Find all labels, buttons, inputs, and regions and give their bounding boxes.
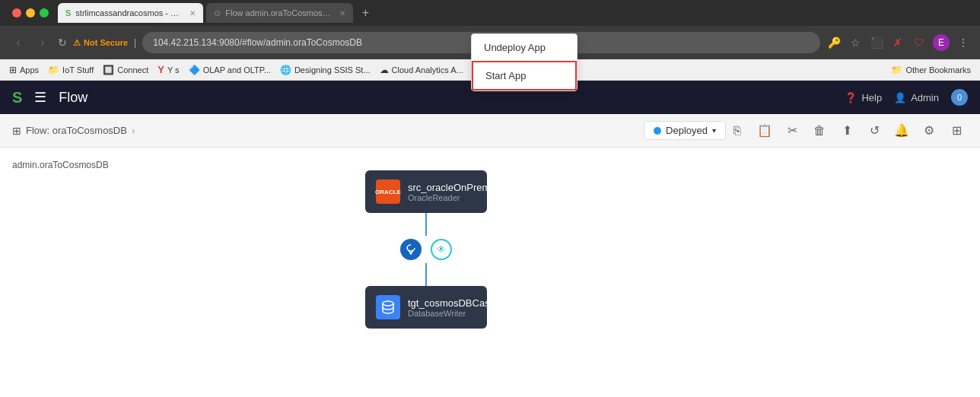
bookmark-cloud[interactable]: ☁ Cloud Analytics A...	[380, 65, 463, 75]
address-separator: |	[134, 37, 136, 48]
refresh-button[interactable]: ↺	[863, 119, 886, 142]
copy-button[interactable]: ⎘	[726, 119, 749, 142]
undeploy-app-item[interactable]: Undeploy App	[472, 34, 577, 61]
grid-button[interactable]: ⊞	[945, 119, 968, 142]
target-node[interactable]: tgt_cosmosDBCassandra DatabaseWriter	[365, 286, 487, 329]
bell-button[interactable]: 🔔	[890, 119, 913, 142]
flow-icon-teal[interactable]: 👁	[431, 239, 452, 260]
breadcrumb-text: Flow: oraToCosmosDB	[26, 125, 127, 136]
bookmark-ssis[interactable]: 🌐 Designing SSIS St...	[280, 65, 371, 75]
breadcrumb-arrow: ›	[132, 125, 135, 136]
tab-active-title: strlimcassandracosmos - Data...	[75, 8, 182, 17]
tab-active[interactable]: S strlimcassandracosmos - Data... ✕	[58, 3, 203, 23]
notification-badge[interactable]: 0	[951, 89, 968, 106]
tab-active-close[interactable]: ✕	[189, 9, 196, 17]
flow-icon-blue[interactable]	[400, 239, 422, 260]
bookmark-other[interactable]: 📁 Other Bookmarks	[891, 65, 971, 75]
source-node[interactable]: ORACLE src_oracleOnPrem OracleReader	[365, 170, 487, 213]
start-app-item[interactable]: Start App	[472, 61, 577, 91]
target-node-text: tgt_cosmosDBCassandra DatabaseWriter	[408, 297, 520, 318]
cut-button[interactable]: ✂	[781, 119, 803, 142]
security-warning: ⚠ Not Secure	[73, 38, 128, 48]
help-icon: ❓	[845, 92, 857, 103]
app-logo: S	[12, 89, 22, 106]
bookmark-olap[interactable]: 🔷 OLAP and OLTP...	[189, 65, 271, 75]
key-icon[interactable]: 🔑	[826, 35, 842, 50]
deployed-dropdown-menu: Undeploy App Start App	[471, 33, 578, 91]
tab-inactive-close[interactable]: ✕	[339, 9, 345, 17]
settings-button[interactable]: ⚙	[918, 119, 940, 142]
menu-icon[interactable]: ⋮	[956, 35, 971, 50]
bookmark-apps[interactable]: ⊞ Apps	[9, 65, 39, 75]
import-button[interactable]: ⬆	[835, 119, 858, 142]
help-button[interactable]: ❓ Help	[845, 92, 882, 103]
paste-button[interactable]: 📋	[753, 119, 776, 142]
main-canvas: admin.oraToCosmosDB ORACLE src_oracleOnP…	[0, 148, 980, 397]
deployed-button[interactable]: Deployed ▾	[644, 121, 726, 140]
svg-point-0	[383, 301, 393, 306]
shield-icon: 🛡	[912, 35, 927, 50]
new-tab-button[interactable]: +	[356, 4, 374, 22]
extensions-icon[interactable]: ⬛	[869, 35, 884, 50]
canvas-flow-label: admin.oraToCosmosDB	[12, 160, 109, 170]
target-node-icon	[376, 295, 400, 319]
star-icon[interactable]: ☆	[848, 35, 863, 50]
bookmark-y[interactable]: Y Y s	[158, 64, 179, 75]
back-button[interactable]: ‹	[9, 33, 27, 52]
connector-line-top	[425, 213, 427, 236]
bookmark-iot[interactable]: 📁 IoT Stuff	[48, 65, 94, 75]
user-icon[interactable]: E	[933, 34, 950, 51]
bookmark-connect[interactable]: 🔲 Connect	[103, 65, 148, 75]
tab-inactive-title: Flow admin.oraToCosmosDB	[225, 8, 332, 17]
admin-icon: 👤	[894, 92, 906, 103]
traffic-light-green[interactable]	[40, 8, 49, 17]
flow-connector: 👁	[400, 213, 452, 286]
breadcrumb: ⊞ Flow: oraToCosmosDB ›	[12, 125, 135, 137]
deployed-status-dot	[654, 127, 661, 135]
delete-button[interactable]: 🗑	[808, 119, 831, 142]
block-icon: ✗	[890, 35, 905, 50]
flow-diagram: ORACLE src_oracleOnPrem OracleReader 👁	[365, 170, 487, 329]
breadcrumb-icon: ⊞	[12, 125, 21, 137]
source-node-text: src_oracleOnPrem OracleReader	[408, 182, 490, 202]
hamburger-button[interactable]: ☰	[34, 89, 46, 106]
reload-button[interactable]: ↻	[58, 37, 67, 49]
forward-button[interactable]: ›	[33, 33, 52, 52]
sub-header: ⊞ Flow: oraToCosmosDB › Deployed ▾ ⎘ 📋 ✂…	[0, 114, 980, 148]
connector-line-bottom	[425, 263, 427, 286]
traffic-light-red[interactable]	[12, 8, 21, 17]
traffic-light-yellow[interactable]	[26, 8, 35, 17]
tab-inactive[interactable]: ⊙ Flow admin.oraToCosmosDB ✕	[206, 3, 353, 23]
app-title: Flow	[59, 90, 88, 106]
admin-button[interactable]: 👤 Admin	[894, 92, 939, 103]
source-node-icon: ORACLE	[376, 179, 400, 204]
